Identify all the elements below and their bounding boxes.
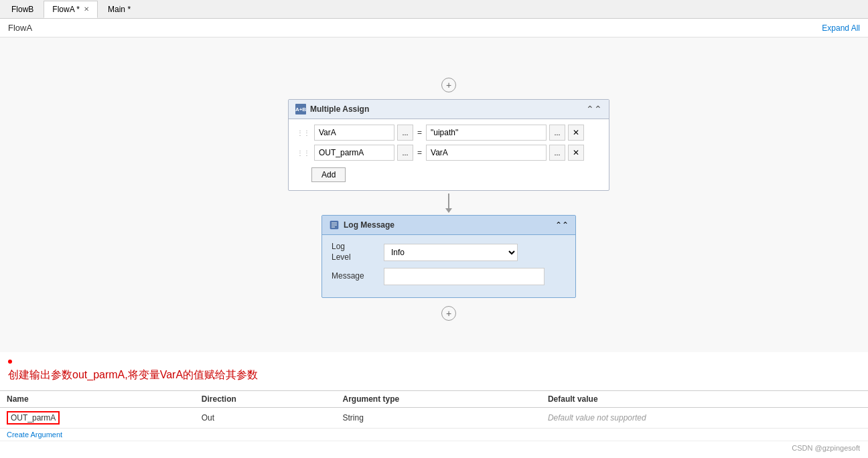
arrow-line <box>448 194 449 212</box>
annotation-dot <box>8 360 12 364</box>
create-argument-link[interactable]: Create Argument <box>0 429 868 441</box>
annotation-text: 创建输出参数out_parmA,将变量VarA的值赋给其参数 <box>8 368 860 382</box>
log-message-header: Log Message ⌃⌃ <box>322 216 575 235</box>
assign-ellipsis-right-2[interactable]: ... <box>549 145 565 161</box>
assign-ellipsis-left-1[interactable]: ... <box>397 125 413 141</box>
multiple-assign-block: A+B Multiple Assign ⌃⌃ ⋮⋮ ... = ... ✕ <box>288 99 609 191</box>
top-add-button[interactable]: + <box>441 78 456 92</box>
multiple-assign-icon: A+B <box>295 104 306 115</box>
assign-eq-1: = <box>416 128 423 137</box>
expand-all-button[interactable]: Expand All <box>822 23 860 33</box>
arg-type-cell: String <box>336 408 541 429</box>
multiple-assign-header: A+B Multiple Assign ⌃⌃ <box>289 100 609 119</box>
flow-name: FlowA <box>8 23 32 33</box>
footer: CSDN @gzpingesoft <box>0 441 868 455</box>
col-type: Argument type <box>336 391 541 408</box>
bottom-add-button[interactable]: + <box>441 306 456 321</box>
arg-name-cell: OUT_parmA <box>0 408 195 429</box>
brand-label: CSDN @gzpingesoft <box>792 444 860 452</box>
header-row: FlowA Expand All <box>0 19 868 37</box>
arg-name-value: OUT_parmA <box>7 411 60 425</box>
arrow-connector <box>439 191 459 215</box>
log-message-block: Log Message ⌃⌃ LogLevel Info Trace Warni… <box>321 215 576 298</box>
col-direction: Direction <box>195 391 336 408</box>
activity-container: + A+B Multiple Assign ⌃⌃ ⋮⋮ ... = ... <box>281 78 616 323</box>
tab-flowa-close[interactable]: ✕ <box>84 5 89 13</box>
log-message-collapse[interactable]: ⌃⌃ <box>555 220 569 230</box>
annotation-area: 创建输出参数out_parmA,将变量VarA的值赋给其参数 <box>0 352 868 390</box>
multiple-assign-collapse[interactable]: ⌃⌃ <box>586 104 602 115</box>
assign-value-1[interactable] <box>426 125 547 141</box>
assign-value-2[interactable] <box>426 145 547 161</box>
arg-default-cell: Default value not supported <box>541 408 868 429</box>
assign-ellipsis-left-2[interactable]: ... <box>397 145 413 161</box>
assign-row-1: ⋮⋮ ... = ... ✕ <box>295 125 602 141</box>
assign-ellipsis-right-1[interactable]: ... <box>549 125 565 141</box>
log-message-row: Message "我是FlowaA 流程文件输出OUT_parmA参 <box>332 268 566 285</box>
tab-flowb[interactable]: FlowB <box>3 1 42 18</box>
col-default: Default value <box>541 391 868 408</box>
assign-remove-1[interactable]: ✕ <box>568 125 584 141</box>
tab-main-label: Main * <box>108 5 131 14</box>
log-body: LogLevel Info Trace Warning Error Fatal … <box>322 235 575 297</box>
assign-remove-2[interactable]: ✕ <box>568 145 584 161</box>
arg-direction-cell: Out <box>195 408 336 429</box>
tab-main[interactable]: Main * <box>99 1 139 18</box>
tab-flowa[interactable]: FlowA * ✕ <box>44 1 98 18</box>
multiple-assign-title: A+B Multiple Assign <box>295 104 369 115</box>
assign-eq-2: = <box>416 148 423 157</box>
bottom-add-area: + <box>281 302 616 323</box>
assign-body: ⋮⋮ ... = ... ✕ ⋮⋮ ... = ... ✕ <box>289 119 609 190</box>
log-message-icon <box>329 220 340 230</box>
assign-add-button[interactable]: Add <box>311 167 346 182</box>
col-name: Name <box>0 391 195 408</box>
drag-handle-1[interactable]: ⋮⋮ <box>295 129 311 137</box>
log-message-title: Log Message <box>329 220 394 230</box>
tab-flowb-label: FlowB <box>11 5 33 14</box>
arguments-table: Name Direction Argument type Default val… <box>0 390 868 429</box>
log-level-row: LogLevel Info Trace Warning Error Fatal <box>332 242 566 262</box>
table-header-row: Name Direction Argument type Default val… <box>0 391 868 408</box>
canvas-area: + A+B Multiple Assign ⌃⌃ ⋮⋮ ... = ... <box>0 37 868 352</box>
tab-flowa-label: FlowA * <box>52 5 80 14</box>
drag-handle-2[interactable]: ⋮⋮ <box>295 149 311 157</box>
table-row: OUT_parmA Out String Default value not s… <box>0 408 868 429</box>
log-level-label: LogLevel <box>332 242 378 262</box>
tab-bar: FlowB FlowA * ✕ Main * <box>0 0 868 19</box>
log-message-input[interactable]: "我是FlowaA 流程文件输出OUT_parmA参 <box>384 268 545 285</box>
assign-row-2: ⋮⋮ ... = ... ✕ <box>295 145 602 161</box>
log-level-select[interactable]: Info Trace Warning Error Fatal <box>384 244 518 261</box>
log-message-label: Message <box>332 271 378 282</box>
assign-left-2[interactable] <box>314 145 394 161</box>
assign-left-1[interactable] <box>314 125 394 141</box>
